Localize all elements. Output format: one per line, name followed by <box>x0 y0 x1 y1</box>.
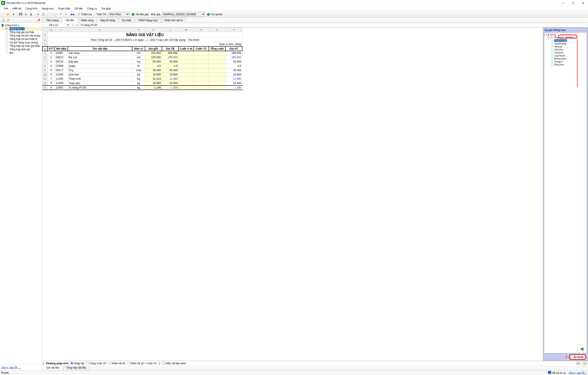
menu-tools[interactable]: Công cụ <box>85 6 99 11</box>
tab-du-thau[interactable]: Dự thầu <box>119 18 135 23</box>
method-radio-freight[interactable]: Cộng cước VC <box>86 362 107 365</box>
row-header[interactable]: 13 <box>42 85 48 90</box>
spreadsheet[interactable]: B C E F G J M P U V 1BẢNG GIÁ VẬT LIỆU 2… <box>42 28 543 361</box>
tab-phan-tich[interactable]: Phân tích vật tư <box>161 18 186 23</box>
menu-file[interactable]: File <box>2 6 10 11</box>
table-row[interactable]: 12811400Thép tấmkg10.50010.50010.500 <box>42 81 242 85</box>
district-item[interactable]: 📄SongLo <box>545 60 586 63</box>
table-row[interactable]: 6204513Đá 1x2m3228.300286.500286.500 <box>42 55 242 60</box>
price-select[interactable]: VinhPhuc_2016XD_DG2606 <box>162 12 205 17</box>
undo-icon[interactable]: ↶ <box>58 12 63 17</box>
row-header[interactable]: 5 <box>42 51 48 55</box>
district-item[interactable]: 📄PhucYen <box>545 63 586 66</box>
menu-data[interactable]: Dữ liệu <box>72 6 85 11</box>
tree-item[interactable]: 📄Chi phí hạng mục chung <box>0 41 42 44</box>
col-header[interactable]: G <box>145 28 162 32</box>
district-item[interactable]: 📄TamDuong <box>545 42 586 45</box>
apply-button[interactable]: Áp dụng <box>570 355 587 359</box>
folder-small-icon[interactable]: 📂 <box>6 18 11 22</box>
row-header[interactable]: 12 <box>42 81 48 85</box>
relookup-button[interactable]: Tra lại ĐG <box>205 12 224 17</box>
cancel-fx-icon[interactable]: ✖ <box>65 23 70 27</box>
menu-help[interactable]: Trợ giúp <box>99 6 113 11</box>
tab-may-thi-cong[interactable]: Máy thi công <box>97 18 118 23</box>
table-row[interactable]: 11711330Thép hìnhkg12.21412.49012.490 <box>42 77 242 81</box>
row-header[interactable]: 6 <box>42 55 48 60</box>
fx-icon[interactable]: fx <box>75 23 79 27</box>
highlight-icon[interactable]: 🖍 <box>53 12 58 17</box>
col-header[interactable]: F <box>132 28 145 32</box>
district-item[interactable]: 📄VinhYen <box>545 48 586 51</box>
dropdown-icon[interactable]: ▾ <box>11 12 16 17</box>
tree-item[interactable]: 📄Tổng hợp chi phí thiết bị <box>0 37 42 41</box>
row-header[interactable]: 4 <box>42 46 48 51</box>
tab-vat-lieu[interactable]: Vật liệu <box>62 18 77 23</box>
pin-icon[interactable]: 📌 <box>36 18 41 22</box>
tree-item[interactable]: 📄Bìa <box>0 51 42 55</box>
paste-icon[interactable]: 📄 <box>46 12 51 17</box>
table-row[interactable]: 10610166Que hànkg19.80019.80019.800 <box>42 72 242 77</box>
play-icon[interactable]: ▶▶ <box>71 12 75 17</box>
row-header[interactable]: 8 <box>42 64 48 68</box>
tree-item[interactable]: 📄Tổng hợp dự toán gói thầu <box>0 44 42 48</box>
menu-category[interactable]: Hạng mục <box>40 6 56 11</box>
download-price-button[interactable]: Tải đơn giá <box>130 12 150 17</box>
menu-view[interactable]: Hiển thị <box>10 6 23 11</box>
row-header[interactable]: 7 <box>42 60 48 64</box>
method-radio-manual[interactable]: Nhập tay <box>71 362 84 365</box>
tab-tien-luong[interactable]: Tiên lượng <box>43 18 62 23</box>
method-radio-coef-freight[interactable]: Nhân hệ số + Cước VC <box>127 362 157 365</box>
table-row[interactable]: 9508117Ôxychai45.00045.00045.000 <box>42 68 242 72</box>
table-row[interactable]: 7304718Đất đènkg50.00050.00050.000 <box>42 60 242 64</box>
tree-item[interactable]: 📄Tổng hợp giá dự thầu <box>0 30 42 34</box>
col-header[interactable]: U <box>209 28 225 32</box>
table-row[interactable]: 13912582Xi măng PC30kg1.2361.3501.350 <box>42 85 242 90</box>
row-header[interactable]: 9 <box>42 68 48 72</box>
minimize-button[interactable]: — <box>558 0 568 6</box>
feedback-link[interactable]: Góp ý, báo lỗi, ... <box>1 366 21 369</box>
cell-reference[interactable] <box>43 23 64 27</box>
row-header[interactable]: 1 <box>42 32 48 38</box>
district-item[interactable]: 📄LapThach <box>545 54 586 57</box>
method-radio-coef[interactable]: Nhân hệ số <box>108 362 125 365</box>
tree-month[interactable]: –📂Tháng 3 - QD892 <box>545 36 586 39</box>
tab-nhan-cong[interactable]: Nhân công <box>78 18 97 23</box>
new-icon[interactable]: 📄 <box>1 12 6 17</box>
floating-nav-button[interactable]: ◀ <box>577 344 586 354</box>
remote-support[interactable]: Hỗ trợ từ xa <box>548 371 566 375</box>
district-item[interactable]: 📄VinhTuong <box>545 39 586 42</box>
district-item[interactable]: 📄TamDao <box>545 51 586 54</box>
menu-compose[interactable]: Soạn thảo <box>56 6 72 11</box>
table-row[interactable]: 8407969Nướclít4,54,54,5 <box>42 64 242 68</box>
tree-project-root[interactable]: 📘 Công trình 1 <box>0 24 42 27</box>
district-item[interactable]: 📄YenLac <box>545 45 586 48</box>
copy-icon[interactable]: 📋 <box>41 12 46 17</box>
maximize-button[interactable]: ▢ <box>568 0 578 6</box>
province-select[interactable]: Vĩnh Phúc <box>108 12 130 17</box>
tree-item[interactable]: 📄Tổng hợp kinh phí <box>0 48 42 51</box>
col-header[interactable]: C <box>55 28 68 32</box>
save-icon[interactable]: 💾 <box>18 12 23 17</box>
print-icon[interactable]: 🖨 <box>29 12 33 17</box>
show-other-materials-checkbox[interactable]: Hiện vật liệu khác <box>162 362 186 365</box>
bottom-tab-summary[interactable]: Tổng hợp vật liệu <box>63 365 89 370</box>
redo-icon[interactable]: ↷ <box>63 12 68 17</box>
feedback-link-status[interactable]: Góp ý, báo lỗi... <box>569 371 587 374</box>
excel-icon[interactable]: X <box>23 12 28 17</box>
col-header[interactable]: M <box>178 28 194 32</box>
scroll-left-icon[interactable]: ◂ <box>576 362 579 365</box>
row-header[interactable]: 11 <box>42 77 48 81</box>
check-button[interactable]: 📝 Thẩm tra <box>76 12 93 17</box>
row-header[interactable]: 2 <box>42 38 48 42</box>
col-header[interactable]: J <box>162 28 178 32</box>
tree-item[interactable]: 📄Tổng hợp chi phí xây dựng <box>0 34 42 37</box>
menu-project[interactable]: Công trình <box>23 6 40 11</box>
col-header[interactable]: E <box>68 28 132 32</box>
formula-input[interactable] <box>80 23 587 27</box>
tab-thkp[interactable]: THKP Hạng mục <box>135 18 161 23</box>
bottom-tab-price[interactable]: Giá vật liệu <box>43 365 63 370</box>
col-header[interactable]: V <box>225 28 242 32</box>
table-row[interactable]: 5101897Cát vàngm3291.000308.000308.000 <box>42 51 242 55</box>
open-icon[interactable]: 📂 <box>6 12 11 17</box>
accept-fx-icon[interactable]: ✔ <box>70 23 74 27</box>
